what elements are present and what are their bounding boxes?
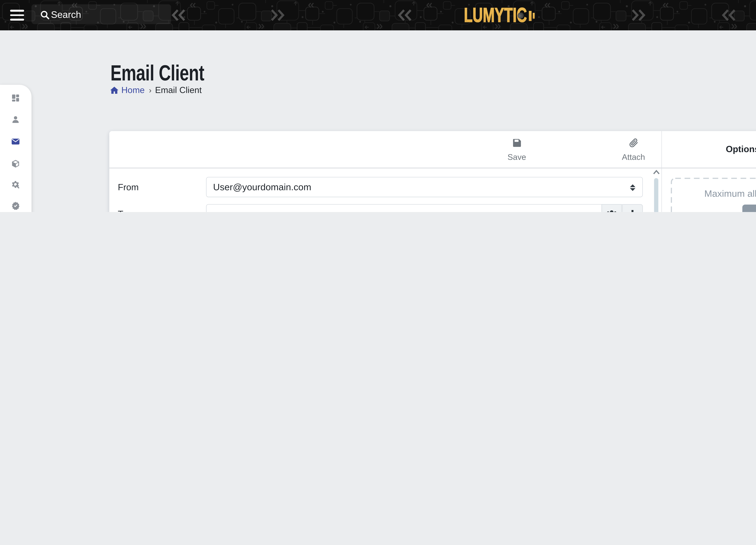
svg-text:LUMYTIC: LUMYTIC [464, 6, 527, 24]
